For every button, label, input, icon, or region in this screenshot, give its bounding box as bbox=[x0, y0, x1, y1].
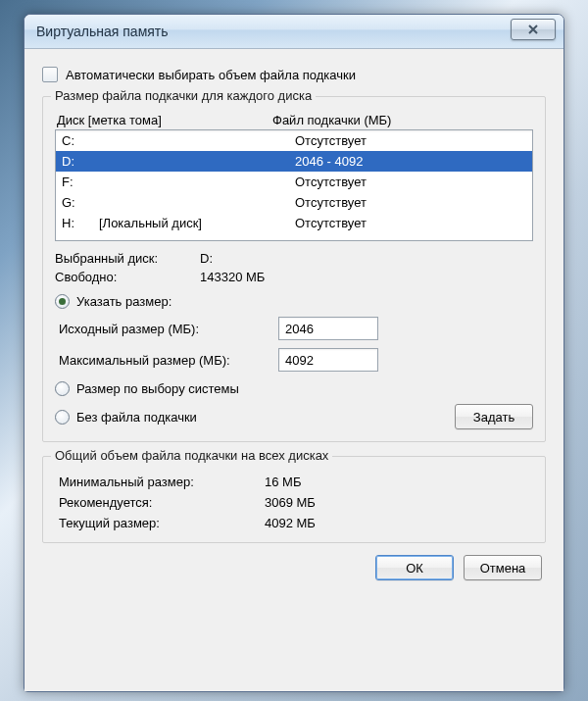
system-managed-option[interactable]: Размер по выбору системы bbox=[55, 381, 533, 396]
ok-button[interactable]: ОК bbox=[375, 555, 454, 580]
selected-drive-label: Выбранный диск: bbox=[55, 251, 200, 266]
custom-size-label: Указать размер: bbox=[76, 294, 172, 309]
col-drive-header: Диск [метка тома] bbox=[57, 113, 272, 127]
per-drive-legend: Размер файла подкачки для каждого диска bbox=[51, 88, 316, 103]
drive-row[interactable]: G: Отсутствует bbox=[56, 192, 532, 213]
drive-status: 2046 - 4092 bbox=[295, 152, 526, 171]
rec-size-label: Рекомендуется: bbox=[59, 495, 265, 510]
drive-label bbox=[99, 193, 295, 212]
close-button[interactable] bbox=[511, 19, 556, 40]
totals-legend: Общий объем файла подкачки на всех диска… bbox=[51, 448, 332, 463]
initial-size-label: Исходный размер (МБ): bbox=[59, 322, 278, 336]
drive-label: [Локальный диск] bbox=[99, 214, 295, 232]
min-size-value: 16 МБ bbox=[265, 475, 301, 489]
totals-group: Общий объем файла подкачки на всех диска… bbox=[42, 456, 546, 543]
auto-manage-label: Автоматически выбирать объем файла подка… bbox=[66, 68, 356, 82]
dialog-footer: ОК Отмена bbox=[42, 543, 546, 582]
cur-size-label: Текущий размер: bbox=[59, 516, 265, 530]
close-icon bbox=[528, 25, 538, 34]
min-size-line: Минимальный размер: 16 МБ bbox=[59, 475, 533, 489]
initial-size-row: Исходный размер (МБ): bbox=[59, 317, 533, 340]
cur-size-line: Текущий размер: 4092 МБ bbox=[59, 516, 533, 530]
initial-size-input[interactable] bbox=[278, 317, 378, 340]
selected-drive-value: D: bbox=[200, 251, 213, 266]
drive-letter: F: bbox=[62, 173, 99, 191]
drive-row[interactable]: D: 2046 - 4092 bbox=[56, 151, 532, 172]
selected-drive-line: Выбранный диск: D: bbox=[55, 251, 533, 266]
window-title: Виртуальная память bbox=[36, 24, 169, 39]
set-button[interactable]: Задать bbox=[455, 404, 533, 429]
rec-size-value: 3069 МБ bbox=[265, 495, 316, 510]
drives-list[interactable]: C: Отсутствует D: 2046 - 4092 F: Отсутст… bbox=[55, 129, 533, 241]
drive-status: Отсутствует bbox=[295, 173, 526, 191]
free-space-label: Свободно: bbox=[55, 270, 200, 284]
drive-letter: C: bbox=[62, 131, 99, 150]
no-pagefile-label: Без файла подкачки bbox=[76, 410, 197, 425]
cur-size-value: 4092 МБ bbox=[265, 516, 316, 530]
drive-row[interactable]: H: [Локальный диск] Отсутствует bbox=[56, 213, 532, 233]
drive-label bbox=[99, 131, 295, 150]
drive-letter: G: bbox=[62, 193, 99, 212]
min-size-label: Минимальный размер: bbox=[59, 475, 265, 489]
drives-header: Диск [метка тома] Файл подкачки (МБ) bbox=[57, 113, 531, 127]
custom-size-radio[interactable] bbox=[55, 294, 70, 309]
auto-manage-checkbox[interactable] bbox=[42, 67, 58, 82]
auto-manage-row[interactable]: Автоматически выбирать объем файла подка… bbox=[42, 67, 546, 82]
drive-status: Отсутствует bbox=[295, 193, 526, 212]
titlebar[interactable]: Виртуальная память bbox=[24, 15, 564, 49]
drive-letter: D: bbox=[62, 152, 99, 171]
drive-letter: H: bbox=[62, 214, 99, 232]
drive-row[interactable]: C: Отсутствует bbox=[56, 130, 532, 151]
rec-size-line: Рекомендуется: 3069 МБ bbox=[59, 495, 533, 510]
drive-label bbox=[99, 173, 295, 191]
no-pagefile-option[interactable]: Без файла подкачки bbox=[55, 410, 197, 425]
max-size-input[interactable] bbox=[278, 348, 378, 372]
drive-status: Отсутствует bbox=[295, 131, 526, 150]
cancel-button[interactable]: Отмена bbox=[464, 555, 542, 580]
drive-label bbox=[99, 152, 295, 171]
virtual-memory-dialog: Виртуальная память Автоматически выбират… bbox=[24, 14, 564, 692]
free-space-line: Свободно: 143320 МБ bbox=[55, 270, 533, 284]
drive-row[interactable]: F: Отсутствует bbox=[56, 172, 532, 192]
free-space-value: 143320 МБ bbox=[200, 270, 265, 284]
custom-size-option[interactable]: Указать размер: bbox=[55, 294, 533, 309]
per-drive-group: Размер файла подкачки для каждого диска … bbox=[42, 96, 546, 442]
system-managed-radio[interactable] bbox=[55, 381, 70, 396]
no-pagefile-radio[interactable] bbox=[55, 410, 70, 425]
client-area: Автоматически выбирать объем файла подка… bbox=[24, 49, 564, 691]
system-managed-label: Размер по выбору системы bbox=[76, 381, 239, 396]
col-file-header: Файл подкачки (МБ) bbox=[272, 113, 531, 127]
drive-status: Отсутствует bbox=[295, 214, 526, 232]
max-size-label: Максимальный размер (МБ): bbox=[59, 353, 278, 368]
max-size-row: Максимальный размер (МБ): bbox=[59, 348, 533, 372]
